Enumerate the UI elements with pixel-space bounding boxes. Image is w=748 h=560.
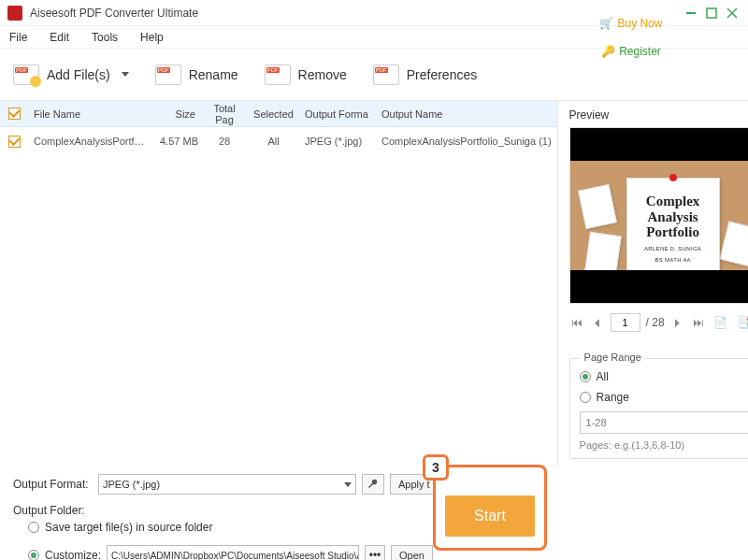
cell-filename: ComplexAnalysisPortfolio_S... xyxy=(28,136,154,147)
last-page-button[interactable]: ⏭ xyxy=(691,314,706,331)
preview-panel: Preview Complex Analysis Portfolio ARLEN… xyxy=(558,101,748,467)
page-range-legend: Page Range xyxy=(580,352,646,363)
page-input[interactable] xyxy=(611,313,640,332)
pager: ⏮ ⏴ / 28 ⏵ ⏭ 📄 📑 xyxy=(569,313,748,332)
chevron-down-icon xyxy=(344,482,352,487)
page-range-input[interactable] xyxy=(580,411,748,434)
pin-icon xyxy=(669,174,677,181)
prev-page-button[interactable]: ⏴ xyxy=(590,314,605,331)
add-file-icon xyxy=(13,65,39,85)
rename-button[interactable]: Rename xyxy=(155,65,238,85)
header-size[interactable]: Size xyxy=(154,108,201,120)
header-outputformat[interactable]: Output Forma xyxy=(299,108,376,120)
menu-help[interactable]: Help xyxy=(140,31,164,44)
select-all-checkbox[interactable] xyxy=(8,108,21,120)
output-path-field[interactable]: C:\Users\ADMIN\Dropbox\PC\Documents\Aise… xyxy=(107,545,359,560)
step-badge: 3 xyxy=(423,454,449,481)
radio-icon xyxy=(580,392,591,403)
cell-selected: All xyxy=(248,136,299,147)
menubar: File Edit Tools Help 🛒Buy Now 🔑Register xyxy=(0,26,748,49)
header-totalpages[interactable]: Total Pag xyxy=(201,103,248,125)
add-files-button[interactable]: Add File(s) xyxy=(13,65,129,85)
browse-button[interactable]: ••• xyxy=(365,545,385,560)
register-link[interactable]: 🔑Register xyxy=(601,45,661,58)
menu-file[interactable]: File xyxy=(9,31,27,44)
header-outputname[interactable]: Output Name xyxy=(376,108,557,120)
radio-icon xyxy=(580,371,591,382)
menu-tools[interactable]: Tools xyxy=(92,31,118,44)
preview-doc-title: Complex Analysis Portfolio xyxy=(633,194,713,240)
preview-doc-author: ARLENE D. SUNIGA xyxy=(644,246,701,251)
radio-icon xyxy=(28,550,39,560)
cart-icon: 🛒 xyxy=(599,17,613,30)
radio-save-source[interactable]: Save target file(s) in source folder xyxy=(28,521,212,534)
output-format-select[interactable]: JPEG (*.jpg) xyxy=(98,474,356,495)
header-selected[interactable]: Selected xyxy=(248,108,299,120)
chevron-down-icon xyxy=(122,72,129,77)
page-range-fieldset: Page Range All Range Pages: e.g.(1,3,6,8… xyxy=(569,358,748,459)
wrench-icon xyxy=(367,478,380,491)
cell-size: 4.57 MB xyxy=(154,136,201,147)
radio-range[interactable]: Range xyxy=(580,391,748,404)
row-checkbox[interactable] xyxy=(8,136,21,148)
preferences-icon xyxy=(373,65,399,85)
menu-edit[interactable]: Edit xyxy=(50,31,69,44)
preview-label: Preview xyxy=(569,108,748,122)
header-filename[interactable]: File Name xyxy=(28,108,154,120)
cell-outname: ComplexAnalysisPortfolio_Suniga (1) xyxy=(376,136,557,147)
output-folder-label: Output Folder: xyxy=(13,504,735,517)
preferences-button[interactable]: Preferences xyxy=(373,65,477,85)
start-button[interactable]: Start xyxy=(445,495,535,537)
format-settings-button[interactable] xyxy=(362,474,384,495)
key-icon: 🔑 xyxy=(601,45,615,58)
table-header: File Name Size Total Pag Selected Output… xyxy=(0,101,557,127)
buy-now-link[interactable]: 🛒Buy Now xyxy=(599,17,662,30)
radio-customize[interactable]: Customize: xyxy=(28,549,101,560)
cell-pages: 28 xyxy=(201,136,248,147)
cell-format: JPEG (*.jpg) xyxy=(299,136,376,147)
preview-doc-sub: BS MATH 4A xyxy=(654,257,690,263)
file-list-panel: File Name Size Total Pag Selected Output… xyxy=(0,101,558,467)
remove-icon xyxy=(265,65,291,85)
preview-thumbnail: Complex Analysis Portfolio ARLENE D. SUN… xyxy=(569,127,748,304)
bottom-panel: Output Format: JPEG (*.jpg) Apply t Outp… xyxy=(0,467,748,560)
start-callout: 3 Start xyxy=(433,465,547,551)
next-page-button[interactable]: ⏵ xyxy=(670,314,685,331)
open-folder-button[interactable]: Open xyxy=(391,545,433,560)
radio-icon xyxy=(28,522,39,533)
remove-button[interactable]: Remove xyxy=(265,65,347,85)
rename-icon xyxy=(155,65,181,85)
page-range-hint: Pages: e.g.(1,3,6,8-10) xyxy=(580,439,748,451)
table-row[interactable]: ComplexAnalysisPortfolio_S... 4.57 MB 28… xyxy=(0,127,557,155)
radio-all[interactable]: All xyxy=(580,370,748,383)
first-page-button[interactable]: ⏮ xyxy=(569,314,584,331)
page-icon-1[interactable]: 📄 xyxy=(712,314,729,331)
output-format-label: Output Format: xyxy=(13,478,93,491)
page-icon-2[interactable]: 📑 xyxy=(735,314,748,331)
app-icon xyxy=(7,6,22,21)
page-total: / 28 xyxy=(646,316,665,329)
